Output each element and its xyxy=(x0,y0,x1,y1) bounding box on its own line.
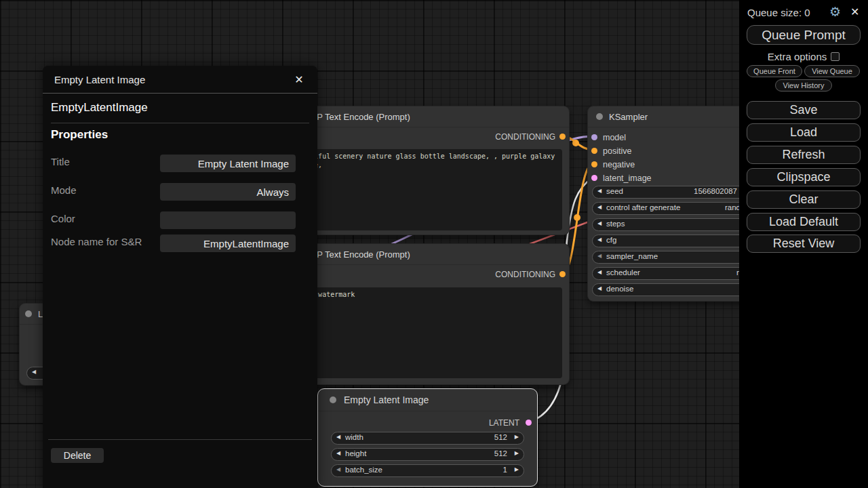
node-title: KSampler xyxy=(609,112,648,122)
increment-arrow-icon[interactable]: ▶ xyxy=(515,434,519,440)
node-title: Empty Latent Image xyxy=(344,394,429,405)
node-title: CLIP Text Encode (Prompt) xyxy=(303,249,410,260)
input-label: latent_image xyxy=(603,174,652,183)
seed-widget[interactable]: ◀ seed 1566802087 xyxy=(592,186,739,199)
widget-value: 1 xyxy=(503,466,507,474)
height-widget[interactable]: ◀ height 512 ▶ xyxy=(331,448,524,461)
steps-widget[interactable]: ◀ steps xyxy=(592,218,739,231)
batch-size-widget[interactable]: ◀ batch_size 1 ▶ xyxy=(331,464,524,477)
refresh-button[interactable]: Refresh xyxy=(747,146,861,164)
close-icon[interactable]: ✕ xyxy=(290,68,308,90)
widget-label: cfg xyxy=(606,236,616,244)
queue-size-label: Queue size: 0 xyxy=(747,7,810,18)
node-type-label: EmptyLatentImage xyxy=(51,96,148,120)
negative-input-port[interactable] xyxy=(591,161,597,167)
widget-label: denoise xyxy=(606,285,633,293)
node-title-bar[interactable]: Empty Latent Image xyxy=(318,389,537,411)
control-after-generate-widget[interactable]: ◀ control after generate rand xyxy=(592,202,739,215)
widget-label: steps xyxy=(606,220,625,228)
node-clip-text-encode-negative[interactable]: CLIP Text Encode (Prompt) CONDITIONING t… xyxy=(280,243,570,385)
conditioning-output-port[interactable] xyxy=(559,271,566,277)
conditioning-output-label: CONDITIONING xyxy=(495,268,569,281)
latent-image-input-port[interactable] xyxy=(591,175,597,181)
reset-view-button[interactable]: Reset View xyxy=(747,235,861,253)
delete-button[interactable]: Delete xyxy=(51,448,104,463)
decrement-arrow-icon[interactable]: ◀ xyxy=(597,237,601,243)
clear-button[interactable]: Clear xyxy=(747,190,861,209)
extra-options-label: Extra options xyxy=(768,51,827,62)
cfg-widget[interactable]: ◀ cfg xyxy=(592,235,739,247)
widget-label: scheduler xyxy=(606,268,640,277)
decrement-arrow-icon[interactable]: ◀ xyxy=(597,204,601,210)
decrement-arrow-icon[interactable]: ◀ xyxy=(597,285,601,291)
collapse-dot[interactable] xyxy=(596,113,603,120)
increment-arrow-icon[interactable]: ▶ xyxy=(515,466,519,472)
title-field-input[interactable]: Empty Latent Image xyxy=(160,155,296,172)
decrement-arrow-icon[interactable]: ◀ xyxy=(597,188,601,194)
mode-field-input[interactable]: Always xyxy=(160,183,296,201)
node-clip-text-encode-positive[interactable]: CLIP Text Encode (Prompt) CONDITIONING b… xyxy=(280,106,570,235)
latent-output-port[interactable] xyxy=(526,420,532,426)
view-queue-button[interactable]: View Queue xyxy=(804,65,860,77)
node-title-bar[interactable]: CLIP Text Encode (Prompt) xyxy=(281,244,569,265)
snr-field-input[interactable]: EmptyLatentImage xyxy=(160,235,296,252)
widget-label: width xyxy=(345,433,363,441)
input-label: negative xyxy=(603,160,635,169)
wire-midpoint-dot xyxy=(574,214,580,221)
decrement-arrow-icon[interactable]: ◀ xyxy=(336,450,340,456)
input-label: positive xyxy=(603,146,631,156)
node-properties-panel: Empty Latent Image ✕ EmptyLatentImage Pr… xyxy=(43,66,317,488)
wire-midpoint-dot xyxy=(572,140,579,146)
title-field-label: Title xyxy=(51,156,70,167)
node-empty-latent-image[interactable]: Empty Latent Image LATENT ◀ width 512 ▶ … xyxy=(317,388,538,487)
sampler-name-widget[interactable]: ◀ sampler_name xyxy=(592,251,739,264)
load-button[interactable]: Load xyxy=(747,123,861,142)
collapse-dot[interactable] xyxy=(25,310,32,317)
increment-arrow-icon[interactable]: ▶ xyxy=(515,450,519,456)
widget-label: sampler_name xyxy=(606,252,658,260)
decrement-arrow-icon[interactable]: ◀ xyxy=(32,369,36,375)
width-widget[interactable]: ◀ width 512 ▶ xyxy=(331,432,524,445)
extra-options-checkbox[interactable] xyxy=(831,52,840,61)
node-title: CLIP Text Encode (Prompt) xyxy=(303,112,410,122)
widget-label: seed xyxy=(606,187,623,195)
divider xyxy=(43,93,317,94)
collapse-dot[interactable] xyxy=(330,396,336,403)
decrement-arrow-icon[interactable]: ◀ xyxy=(597,253,601,259)
decrement-arrow-icon[interactable]: ◀ xyxy=(597,269,601,275)
decrement-arrow-icon[interactable]: ◀ xyxy=(336,434,340,440)
node-title-bar[interactable]: CLIP Text Encode (Prompt) xyxy=(281,106,569,127)
conditioning-output-port[interactable] xyxy=(559,134,566,140)
queue-prompt-button[interactable]: Queue Prompt xyxy=(747,25,861,45)
positive-input-port[interactable] xyxy=(591,148,597,154)
extra-options-row: Extra options xyxy=(739,50,868,62)
prompt-textarea[interactable]: text, watermark xyxy=(290,287,562,378)
prompt-textarea[interactable]: beautiful scenery nature glass bottle la… xyxy=(290,149,562,230)
node-ksampler[interactable]: KSampler model positive negative latent_… xyxy=(587,106,739,302)
divider xyxy=(48,439,312,440)
widget-label: control after generate xyxy=(606,203,680,211)
scheduler-widget[interactable]: ◀ scheduler n xyxy=(592,267,739,280)
model-input-port[interactable] xyxy=(591,134,597,140)
decrement-arrow-icon[interactable]: ◀ xyxy=(336,466,340,472)
save-button[interactable]: Save xyxy=(747,101,861,119)
conditioning-output-label: CONDITIONING xyxy=(495,130,569,144)
denoise-widget[interactable]: ◀ denoise xyxy=(592,283,739,296)
divider xyxy=(51,123,309,123)
view-history-button[interactable]: View History xyxy=(775,79,832,92)
widget-value: rand xyxy=(725,203,739,211)
color-field-input[interactable] xyxy=(160,211,296,229)
properties-heading: Properties xyxy=(51,128,108,142)
comfy-menu: Queue size: 0 ⚙ ✕ Queue Prompt Extra opt… xyxy=(739,0,868,488)
node-title-bar[interactable]: KSampler xyxy=(588,106,739,127)
decrement-arrow-icon[interactable]: ◀ xyxy=(597,220,601,226)
clipspace-button[interactable]: Clipspace xyxy=(747,168,861,186)
load-default-button[interactable]: Load Default xyxy=(747,213,861,231)
queue-front-button[interactable]: Queue Front xyxy=(747,65,802,77)
panel-header: Empty Latent Image ✕ xyxy=(43,66,317,93)
mode-field-label: Mode xyxy=(51,184,77,196)
close-icon[interactable]: ✕ xyxy=(850,5,859,18)
widget-label: batch_size xyxy=(345,466,382,474)
widget-value: 1566802087 xyxy=(694,187,737,195)
settings-gear-icon[interactable]: ⚙ xyxy=(829,4,841,20)
